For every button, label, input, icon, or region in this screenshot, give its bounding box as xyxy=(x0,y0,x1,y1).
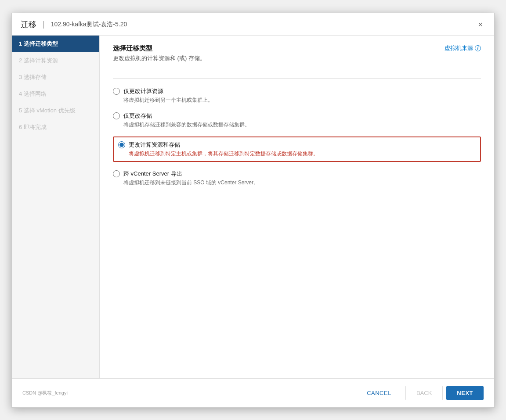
title-sub: 102.90-kafka测试-袁浩-5.20 xyxy=(51,21,127,29)
option-storage-only: 仅更改存储 将虚拟机存储迁移到兼容的数据存储或数据存储集群。 xyxy=(113,112,481,129)
option-compute-only-label: 仅更改计算资源 xyxy=(123,87,163,95)
option-compute-and-storage-label: 更改计算资源和存储 xyxy=(129,141,180,149)
radio-group: 仅更改计算资源 将虚拟机迁移到另一个主机或集群上。 仅更改存储 将虚拟机存储迁移… xyxy=(113,87,481,187)
radio-compute-and-storage[interactable] xyxy=(118,141,125,148)
option-storage-only-desc: 将虚拟机存储迁移到兼容的数据存储或数据存储集群。 xyxy=(123,121,481,129)
dialog-footer: CSDN @枫筱_fengyi CANCEL BACK NEXT xyxy=(12,378,494,407)
sidebar-item-step4: 4 选择网络 xyxy=(12,86,99,102)
close-button[interactable]: × xyxy=(475,20,485,29)
option-cross-vcenter-desc: 将虚拟机迁移到未链接到当前 SSO 域的 vCenter Server。 xyxy=(123,179,481,187)
divider xyxy=(113,78,481,79)
option-storage-only-label: 仅更改存储 xyxy=(123,112,152,120)
dialog-header: 迁移 | 102.90-kafka测试-袁浩-5.20 × xyxy=(12,13,494,36)
main-content: 选择迁移类型 更改虚拟机的计算资源和 (或) 存储。 虚拟机来源 i 仅更改计算… xyxy=(100,36,494,378)
footer-note: CSDN @枫筱_fengyi xyxy=(22,390,68,396)
section-title: 选择迁移类型 xyxy=(113,44,206,53)
option-compute-only-desc: 将虚拟机迁移到另一个主机或集群上。 xyxy=(123,97,481,104)
option-cross-vcenter-label: 跨 vCenter Server 导出 xyxy=(123,170,182,178)
sidebar-item-step3: 3 选择存储 xyxy=(12,69,99,86)
option-compute-only: 仅更改计算资源 将虚拟机迁移到另一个主机或集群上。 xyxy=(113,87,481,104)
sidebar-item-step1[interactable]: 1 选择迁移类型 xyxy=(12,36,99,52)
title-separator: | xyxy=(43,20,45,29)
back-button[interactable]: BACK xyxy=(405,386,443,400)
option-compute-and-storage: 更改计算资源和存储 将虚拟机迁移到特定主机或集群，将其存储迁移到特定数据存储或数… xyxy=(113,136,481,162)
top-bar-titles: 选择迁移类型 更改虚拟机的计算资源和 (或) 存储。 xyxy=(113,44,206,71)
radio-cross-vcenter[interactable] xyxy=(113,170,120,177)
next-button[interactable]: NEXT xyxy=(446,386,484,400)
sidebar-item-step2: 2 选择计算资源 xyxy=(12,52,99,69)
vm-source-link[interactable]: 虚拟机来源 i xyxy=(445,44,481,52)
sidebar: 1 选择迁移类型 2 选择计算资源 3 选择存储 4 选择网络 5 选择 vMo… xyxy=(12,36,100,378)
migrate-dialog: 迁移 | 102.90-kafka测试-袁浩-5.20 × 1 选择迁移类型 2… xyxy=(11,13,495,408)
dialog-title: 迁移 | 102.90-kafka测试-袁浩-5.20 xyxy=(21,19,127,30)
option-cross-vcenter: 跨 vCenter Server 导出 将虚拟机迁移到未链接到当前 SSO 域的… xyxy=(113,170,481,187)
sidebar-item-step6: 6 即将完成 xyxy=(12,119,99,136)
section-subtitle: 更改虚拟机的计算资源和 (或) 存储。 xyxy=(113,54,206,62)
info-icon: i xyxy=(475,45,481,51)
title-main: 迁移 xyxy=(21,19,36,30)
dialog-body: 1 选择迁移类型 2 选择计算资源 3 选择存储 4 选择网络 5 选择 vMo… xyxy=(12,36,494,378)
radio-compute-only[interactable] xyxy=(113,88,120,95)
option-compute-and-storage-desc: 将虚拟机迁移到特定主机或集群，将其存储迁移到特定数据存储或数据存储集群。 xyxy=(129,150,476,158)
radio-storage-only[interactable] xyxy=(113,112,120,119)
top-bar: 选择迁移类型 更改虚拟机的计算资源和 (或) 存储。 虚拟机来源 i xyxy=(113,44,481,71)
sidebar-item-step5: 5 选择 vMotion 优先级 xyxy=(12,102,99,119)
cancel-button[interactable]: CANCEL xyxy=(356,386,402,400)
